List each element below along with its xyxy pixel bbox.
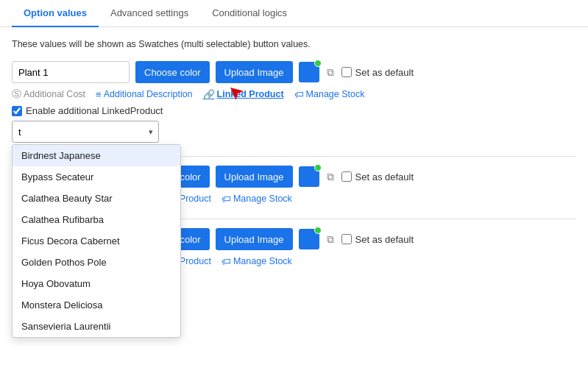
manage-stock-link-1[interactable]: 🏷 Manage Stock xyxy=(294,88,365,101)
manage-stock-icon-3: 🏷 xyxy=(222,256,231,267)
dropdown-item-1-6[interactable]: Hoya Obovatum xyxy=(13,273,180,294)
dropdown-item-1-2[interactable]: Calathea Beauty Star xyxy=(13,188,180,209)
sub-links-row-1: Ⓢ Additional Cost ≡ Additional Descripti… xyxy=(12,88,576,101)
dropdown-item-1-4[interactable]: Ficus Decora Cabernet xyxy=(13,230,180,252)
additional-cost-link-1[interactable]: Ⓢ Additional Cost xyxy=(12,88,85,101)
dropdown-list-1: Birdnest Japanese Bypass Secateur Calath… xyxy=(12,144,181,338)
manage-stock-label-2: Manage Stock xyxy=(233,194,292,204)
enable-linked-checkbox-row-1: Enable additional LinkedProduct xyxy=(12,105,576,116)
dropdown-item-1-7[interactable]: Monstera Deliciosa xyxy=(13,294,180,316)
additional-cost-label-1: Additional Cost xyxy=(24,89,85,99)
copy-icon-btn-1[interactable]: ⧉ xyxy=(325,65,336,80)
set-default-label-2: Set as default xyxy=(355,171,414,182)
main-content: These values will be shown as Swatches (… xyxy=(0,27,588,285)
manage-stock-link-3[interactable]: 🏷 Manage Stock xyxy=(222,255,292,268)
option-row-1-main: Choose color Upload Image ⧉ Set as defau… xyxy=(12,61,576,83)
linked-product-section-1: Enable additional LinkedProduct ▾ Birdne… xyxy=(12,105,576,143)
linked-product-link-1[interactable]: 🔗 Linked Product xyxy=(203,88,284,101)
set-default-checkbox-2[interactable] xyxy=(341,171,352,182)
upload-image-btn-3[interactable]: Upload Image xyxy=(216,228,293,250)
dropdown-item-1-5[interactable]: Golden Pothos Pole xyxy=(13,252,180,273)
option-input-1[interactable] xyxy=(12,61,130,83)
linked-product-label-1: Linked Product xyxy=(217,89,284,99)
tabs-bar: Option values Advanced settings Conditio… xyxy=(0,0,588,27)
set-default-label-1: Set as default xyxy=(355,67,414,78)
linked-product-input-1[interactable] xyxy=(12,121,159,143)
manage-stock-icon-1: 🏷 xyxy=(294,89,304,100)
upload-image-btn-2[interactable]: Upload Image xyxy=(216,166,293,188)
swatch-dot-3 xyxy=(314,227,322,234)
desc-icon-1: ≡ xyxy=(96,89,102,100)
swatch-dot-1 xyxy=(314,60,322,67)
linked-product-icon-1: 🔗 xyxy=(203,89,215,100)
enable-linked-label-1: Enable additional LinkedProduct xyxy=(26,105,163,116)
cost-icon-1: Ⓢ xyxy=(12,88,21,101)
manage-stock-label-1: Manage Stock xyxy=(306,89,365,99)
tab-option-values[interactable]: Option values xyxy=(12,0,99,27)
set-default-label-3: Set as default xyxy=(355,234,414,245)
dropdown-item-1-0[interactable]: Birdnest Japanese xyxy=(13,145,180,166)
copy-icon-btn-2[interactable]: ⧉ xyxy=(325,169,336,185)
dropdown-container-1: ▾ Birdnest Japanese Bypass Secateur Cala… xyxy=(12,121,159,143)
manage-stock-label-3: Manage Stock xyxy=(233,256,292,266)
tab-advanced-settings[interactable]: Advanced settings xyxy=(99,0,200,27)
option-row-1: Choose color Upload Image ⧉ Set as defau… xyxy=(12,60,576,150)
additional-desc-link-1[interactable]: ≡ Additional Description xyxy=(96,88,193,101)
set-default-1: Set as default xyxy=(341,67,414,78)
info-text: These values will be shown as Swatches (… xyxy=(12,39,576,49)
dropdown-item-1-1[interactable]: Bypass Secateur xyxy=(13,166,180,188)
set-default-2: Set as default xyxy=(341,171,414,182)
manage-stock-icon-2: 🏷 xyxy=(222,194,231,205)
dropdown-item-1-8[interactable]: Sansevieria Laurentii xyxy=(13,316,180,337)
choose-color-btn-1[interactable]: Choose color xyxy=(135,61,210,83)
set-default-checkbox-1[interactable] xyxy=(341,67,352,77)
set-default-checkbox-3[interactable] xyxy=(341,234,352,244)
upload-image-btn-1[interactable]: Upload Image xyxy=(216,61,293,83)
color-swatch-3 xyxy=(299,229,319,249)
color-swatch-2 xyxy=(299,166,319,187)
tab-conditional-logics[interactable]: Conditional logics xyxy=(200,0,299,27)
dropdown-item-1-3[interactable]: Calathea Rufibarba xyxy=(13,209,180,230)
copy-icon-btn-3[interactable]: ⧉ xyxy=(325,232,336,247)
manage-stock-link-2[interactable]: 🏷 Manage Stock xyxy=(222,192,292,205)
swatch-dot-2 xyxy=(314,164,322,171)
additional-desc-label-1: Additional Description xyxy=(104,89,193,99)
color-swatch-1 xyxy=(299,62,319,82)
enable-linked-checkbox-1[interactable] xyxy=(12,106,22,116)
set-default-3: Set as default xyxy=(341,234,414,245)
